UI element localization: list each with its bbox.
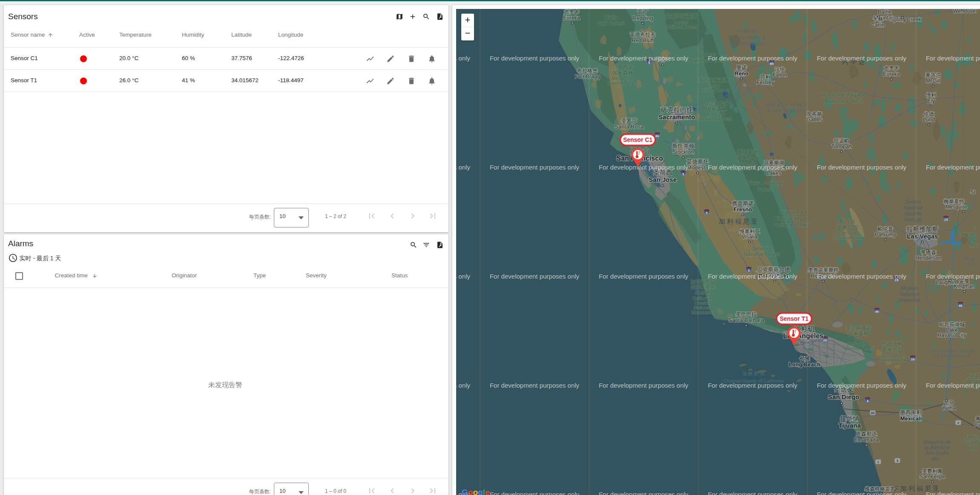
svg-text:McGill: McGill bbox=[926, 78, 941, 84]
svg-text:Havasu City: Havasu City bbox=[937, 332, 966, 338]
svg-text:RESERVATION: RESERVATION bbox=[933, 354, 969, 359]
svg-text:维塞利亚: 维塞利亚 bbox=[739, 228, 760, 234]
svg-text:80: 80 bbox=[655, 134, 659, 138]
svg-text:Carlin: Carlin bbox=[871, 22, 885, 28]
svg-text:Modesto: Modesto bbox=[687, 164, 708, 171]
svg-text:Eureka: Eureka bbox=[883, 71, 900, 77]
svg-text:伦德: 伦德 bbox=[924, 111, 934, 117]
svg-text:Spring Creek: Spring Creek bbox=[890, 17, 922, 23]
svg-text:Refuge: Refuge bbox=[904, 217, 921, 223]
svg-text:For development purposes only: For development purposes only bbox=[599, 273, 689, 280]
svg-text:RESERVATION: RESERVATION bbox=[768, 108, 806, 113]
svg-text:For development purposes only: For development purposes only bbox=[456, 273, 471, 280]
svg-text:3: 3 bbox=[897, 459, 898, 462]
svg-text:国家森林: 国家森林 bbox=[706, 106, 727, 112]
svg-text:For development purposes only: For development purposes only bbox=[456, 55, 471, 62]
svg-text:For development purposes only: For development purposes only bbox=[599, 382, 689, 389]
svg-text:Red Bluff: Red Bluff bbox=[632, 37, 654, 43]
svg-text:RESERVATION: RESERVATION bbox=[730, 41, 768, 46]
svg-text:Ensenada: Ensenada bbox=[854, 437, 879, 443]
svg-text:拉斯维加斯: 拉斯维加斯 bbox=[907, 225, 939, 233]
svg-text:Trinity: Trinity bbox=[604, 14, 618, 20]
svg-text:National Forest: National Forest bbox=[701, 116, 731, 121]
svg-text:San Felipe: San Felipe bbox=[920, 474, 945, 480]
svg-text:National Forest: National Forest bbox=[698, 88, 729, 93]
svg-text:Fort Bragg: Fort Bragg bbox=[575, 74, 600, 80]
svg-text:麦吉尔: 麦吉尔 bbox=[925, 72, 941, 78]
svg-text:莫德斯托: 莫德斯托 bbox=[687, 158, 709, 165]
svg-text:圣费利佩: 圣费利佩 bbox=[922, 468, 943, 474]
svg-text:Fernley: Fernley bbox=[756, 80, 774, 86]
svg-text:Humboldt-Toiyabe: Humboldt-Toiyabe bbox=[821, 92, 866, 98]
svg-text:For development purposes only: For development purposes only bbox=[599, 55, 689, 62]
svg-text:死亡谷: 死亡谷 bbox=[839, 218, 856, 224]
svg-text:Redding: Redding bbox=[632, 15, 653, 21]
svg-text:圣罗莎: 圣罗莎 bbox=[621, 118, 637, 124]
svg-text:For development purposes only: For development purposes only bbox=[926, 164, 980, 171]
svg-text:弗雷斯诺: 弗雷斯诺 bbox=[732, 200, 754, 207]
svg-text:梅斯基特: 梅斯基特 bbox=[943, 199, 964, 204]
svg-text:Tijuana: Tijuana bbox=[839, 422, 861, 429]
svg-text:Mojave: Mojave bbox=[901, 285, 918, 291]
svg-text:RES: RES bbox=[967, 262, 978, 267]
svg-text:Lund: Lund bbox=[923, 117, 935, 123]
svg-text:1: 1 bbox=[877, 460, 879, 463]
svg-text:Sacramento: Sacramento bbox=[658, 113, 695, 121]
svg-text:Tonopah: Tonopah bbox=[831, 144, 852, 150]
svg-text:de Al: de Al bbox=[967, 445, 978, 451]
svg-text:National Park: National Park bbox=[833, 235, 861, 240]
svg-text:哈瓦苏湖城: 哈瓦苏湖城 bbox=[939, 322, 965, 328]
svg-text:太浩国家森林: 太浩国家森林 bbox=[698, 77, 730, 83]
svg-text:For development purposes only: For development purposes only bbox=[490, 273, 580, 280]
svg-text:For development purposes only: For development purposes only bbox=[926, 273, 980, 280]
svg-text:Stockton: Stockton bbox=[672, 149, 694, 155]
svg-text:Wildlife: Wildlife bbox=[904, 211, 921, 217]
svg-text:优胜美地: 优胜美地 bbox=[736, 149, 759, 155]
svg-text:For development purposes only: For development purposes only bbox=[926, 491, 980, 495]
svg-text:5: 5 bbox=[748, 269, 750, 273]
svg-text:Mesquite: Mesquite bbox=[946, 204, 967, 210]
svg-text:For development purposes only: For development purposes only bbox=[490, 164, 580, 171]
svg-text:圣贝纳迪诺: 圣贝纳迪诺 bbox=[845, 325, 871, 331]
svg-text:National: National bbox=[900, 291, 920, 297]
svg-text:2: 2 bbox=[957, 421, 959, 424]
svg-text:Long Beach: Long Beach bbox=[789, 361, 820, 368]
svg-text:芬利: 芬利 bbox=[760, 74, 770, 80]
svg-text:For development purposes only: For development purposes only bbox=[708, 55, 798, 62]
svg-text:布拉格堡: 布拉格堡 bbox=[577, 68, 598, 74]
svg-text:Lakes: Lakes bbox=[767, 170, 781, 176]
svg-text:For development purposes only: For development purposes only bbox=[926, 382, 980, 389]
svg-text:For development purposes only: For development purposes only bbox=[708, 273, 798, 280]
svg-text:For development purposes only: For development purposes only bbox=[490, 382, 580, 389]
svg-text:For development purposes only: For development purposes only bbox=[708, 382, 798, 389]
svg-text:For development purposes only: For development purposes only bbox=[926, 55, 980, 62]
svg-text:National Forest: National Forest bbox=[825, 98, 862, 104]
svg-text:圣巴巴拉: 圣巴巴拉 bbox=[736, 311, 757, 317]
svg-text:10: 10 bbox=[823, 338, 827, 342]
svg-text:雷丁: 雷丁 bbox=[638, 9, 649, 15]
svg-text:斯托克顿: 斯托克顿 bbox=[672, 143, 695, 149]
svg-text:For development purposes only: For development purposes only bbox=[708, 491, 798, 495]
svg-text:国家公园: 国家公园 bbox=[736, 155, 759, 161]
svg-text:Henderson: Henderson bbox=[915, 255, 941, 261]
svg-text:国家公园: 国家公园 bbox=[836, 224, 858, 230]
svg-text:National Parks: National Parks bbox=[773, 222, 810, 228]
svg-text:For development purposes only: For development purposes only bbox=[817, 164, 907, 171]
svg-text:里奇克莱斯特: 里奇克莱斯特 bbox=[808, 267, 839, 273]
svg-text:LAKE PAIUTE: LAKE PAIUTE bbox=[731, 35, 766, 40]
svg-text:Sequoia &: Sequoia & bbox=[779, 209, 804, 215]
svg-text:Preserve: Preserve bbox=[899, 297, 920, 303]
svg-text:雷德布拉夫: 雷德布拉夫 bbox=[630, 32, 655, 37]
svg-text:National: National bbox=[903, 205, 923, 211]
svg-text:40: 40 bbox=[959, 304, 962, 308]
svg-text:国家森林: 国家森林 bbox=[848, 331, 869, 337]
svg-text:San Diego: San Diego bbox=[828, 393, 859, 400]
svg-text:National Forest: National Forest bbox=[744, 251, 780, 257]
svg-text:约书亚树: 约书亚树 bbox=[882, 341, 903, 347]
svg-text:Wendover: Wendover bbox=[953, 9, 977, 14]
svg-text:Fresno: Fresno bbox=[733, 206, 752, 213]
svg-text:伊利: 伊利 bbox=[926, 92, 936, 98]
svg-text:Pue: Pue bbox=[974, 422, 980, 427]
svg-text:Ely: Ely bbox=[927, 98, 935, 104]
svg-text:National Forest: National Forest bbox=[843, 346, 873, 351]
